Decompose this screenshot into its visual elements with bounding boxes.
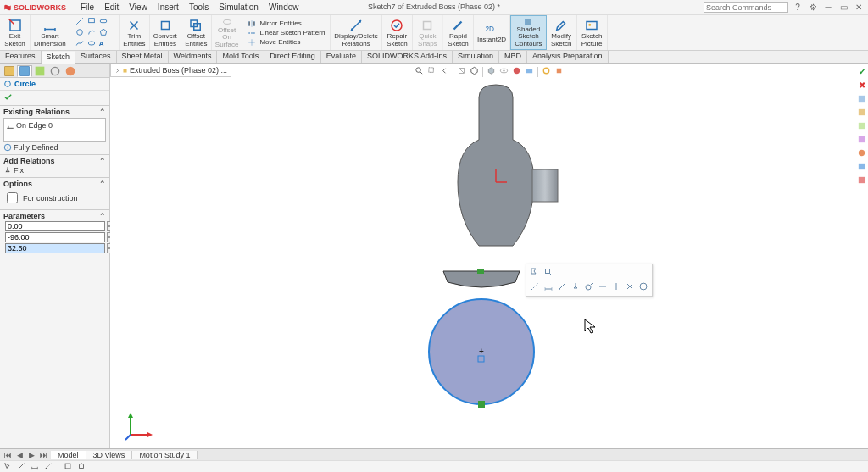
settings-icon[interactable]: ⚙	[807, 2, 819, 14]
pm-tab-config[interactable]	[32, 65, 47, 77]
tab-analysis-prep[interactable]: Analysis Preparation	[527, 51, 609, 63]
orientation-cube-icon[interactable]	[554, 66, 564, 77]
tp-home-confirm-icon[interactable]: ✔	[856, 66, 867, 77]
display-style-icon[interactable]	[487, 66, 496, 77]
tab-features[interactable]: Features	[0, 51, 42, 63]
arc-segment[interactable]	[439, 267, 524, 292]
for-construction-checkbox[interactable]: For construction	[3, 188, 106, 208]
ct-zoom-icon[interactable]	[543, 267, 554, 279]
tool-extrude-icon[interactable]	[77, 462, 86, 472]
tp-custom-props-icon[interactable]	[856, 161, 867, 172]
mirror-entities-button[interactable]: Mirror Entities	[248, 19, 301, 28]
ct-vertical-icon[interactable]	[611, 281, 621, 293]
exit-sketch-button[interactable]: Exit Sketch	[0, 15, 31, 50]
ct-construction-icon[interactable]	[530, 281, 540, 293]
ct-fix-icon[interactable]	[570, 281, 581, 293]
pm-ok-button[interactable]	[3, 95, 13, 103]
parameters-header[interactable]: Parameters⌃	[3, 212, 106, 220]
options-header[interactable]: Options⌃	[3, 180, 106, 188]
tp-file-explorer-icon[interactable]	[856, 120, 867, 131]
modify-sketch-button[interactable]: Modify Sketch	[547, 15, 577, 50]
trim-entities-button[interactable]: Trim Entities	[120, 15, 150, 50]
quick-snaps-button[interactable]: Quick Snaps	[413, 15, 443, 50]
menu-window[interactable]: Window	[264, 1, 303, 14]
tab-addins[interactable]: SOLIDWORKS Add-Ins	[362, 51, 453, 63]
slot-tool[interactable]	[99, 17, 108, 27]
tp-forum-icon[interactable]	[856, 175, 867, 186]
hide-show-icon[interactable]	[499, 66, 509, 77]
maximize-button[interactable]: ▭	[837, 2, 849, 14]
convert-entities-button[interactable]: Convert Entities	[150, 15, 181, 50]
menu-simulation[interactable]: Simulation	[214, 1, 263, 14]
btab-last[interactable]: ⏭	[37, 451, 49, 459]
center-x-input[interactable]	[5, 221, 105, 231]
shaded-contours-button[interactable]: Shaded Sketch Contours	[510, 15, 546, 50]
model-body[interactable]	[432, 81, 568, 267]
fix-relation-button[interactable]: Fix	[3, 166, 106, 175]
ct-dim-icon[interactable]	[543, 281, 554, 293]
tab-sheet-metal[interactable]: Sheet Metal	[117, 51, 169, 63]
menu-help-icon[interactable]: ?	[305, 1, 314, 14]
tp-cancel-icon[interactable]: ✖	[856, 80, 867, 91]
bottom-tab-motion[interactable]: Motion Study 1	[132, 451, 198, 459]
ct-select-other-icon[interactable]	[530, 267, 540, 279]
menu-file[interactable]: File	[76, 1, 98, 14]
smart-dimension-button[interactable]: Smart Dimension	[31, 15, 70, 50]
tool-dim-icon[interactable]	[31, 462, 39, 472]
tab-mbd[interactable]: MBD	[499, 51, 527, 63]
offset-on-surface-button[interactable]: Offset On Surface	[212, 15, 243, 50]
menu-view[interactable]: View	[125, 1, 152, 14]
previous-view-icon[interactable]	[440, 66, 449, 77]
tab-direct-editing[interactable]: Direct Editing	[264, 51, 321, 63]
apply-scene-icon[interactable]	[525, 66, 534, 77]
move-entities-button[interactable]: Move Entities	[248, 38, 300, 47]
linear-pattern-button[interactable]: Linear Sketch Pattern	[248, 29, 325, 37]
graphics-area[interactable]: ─ ▭ ✕	[110, 64, 868, 448]
pm-tab-appearance[interactable]	[63, 65, 78, 77]
circle-tool[interactable]	[75, 28, 84, 38]
add-relations-header[interactable]: Add Relations⌃	[3, 157, 106, 165]
center-y-input[interactable]	[5, 232, 105, 242]
tool-sketch-icon[interactable]	[64, 462, 72, 472]
ct-properties-icon[interactable]	[638, 281, 648, 293]
menu-tools[interactable]: Tools	[185, 1, 213, 14]
tool-relation-icon[interactable]	[44, 462, 53, 472]
offset-entities-button[interactable]: Offset Entities	[181, 15, 212, 50]
btab-first[interactable]: ⏮	[2, 451, 14, 459]
pm-tab-property[interactable]	[17, 65, 32, 77]
instant2d-button[interactable]: 2DInstant2D	[474, 15, 510, 50]
menu-insert[interactable]: Insert	[153, 1, 183, 14]
line-tool[interactable]	[75, 17, 84, 27]
tab-simulation[interactable]: Simulation	[453, 51, 499, 63]
close-button[interactable]: ✕	[853, 2, 865, 14]
ct-delete-icon[interactable]	[625, 281, 635, 293]
repair-sketch-button[interactable]: Repair Sketch	[382, 15, 413, 50]
corner-rect-tool[interactable]	[87, 17, 96, 27]
search-commands-input[interactable]	[704, 2, 788, 13]
existing-relations-header[interactable]: Existing Relations⌃	[3, 108, 106, 116]
menu-edit[interactable]: Edit	[100, 1, 123, 14]
sketch-picture-button[interactable]: Sketch Picture	[577, 15, 608, 50]
existing-relations-list[interactable]: On Edge 0	[3, 118, 106, 142]
ct-horizontal-icon[interactable]	[598, 281, 608, 293]
tool-select-icon[interactable]	[3, 462, 12, 472]
btab-prev[interactable]: ◀	[14, 451, 25, 459]
feature-tree-flyout[interactable]: Extruded Boss (Phase 02) ...	[110, 64, 231, 77]
polygon-tool[interactable]	[99, 28, 108, 38]
tp-resources-icon[interactable]	[856, 93, 867, 104]
relation-on-edge[interactable]: On Edge 0	[16, 121, 53, 130]
text-tool[interactable]: A	[99, 40, 104, 47]
tp-view-palette-icon[interactable]	[856, 134, 867, 145]
radius-input[interactable]	[5, 243, 105, 253]
display-delete-relations-button[interactable]: Display/Delete Relations	[331, 15, 382, 50]
bottom-tab-3dviews[interactable]: 3D Views	[86, 451, 133, 459]
tp-appearances-icon[interactable]	[856, 147, 867, 158]
help2-icon[interactable]: ?	[792, 2, 804, 14]
ellipse-tool[interactable]	[87, 39, 96, 49]
edit-appearance-icon[interactable]	[512, 66, 521, 77]
sketch-circle[interactable]: +	[422, 292, 541, 411]
pm-tab-feature-tree[interactable]	[2, 65, 17, 77]
tool-line-icon[interactable]	[17, 462, 25, 472]
arc-tool[interactable]	[87, 28, 96, 38]
pm-tab-dim[interactable]	[47, 65, 63, 77]
